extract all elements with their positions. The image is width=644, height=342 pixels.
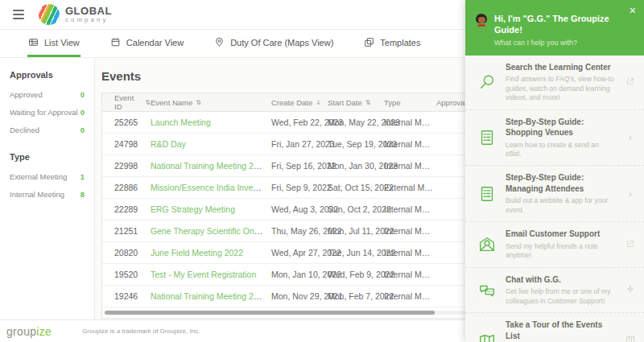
- approvals-filter-section: Approvals Approved 0 Waiting for Approva…: [10, 70, 85, 134]
- chevron-right-icon: ›: [625, 131, 636, 143]
- event-name-link[interactable]: National Training Meeting 2022: [151, 291, 267, 301]
- event-name-link[interactable]: ERG Strategy Meeting: [151, 204, 235, 214]
- cell-event-name: Launch Meeting: [151, 117, 271, 127]
- cell-create-date: Mon, Jan 10, 2022: [271, 270, 328, 279]
- filter-internal-meeting[interactable]: Internal Meeting 8: [10, 190, 85, 199]
- sort-icon: ⇅: [145, 99, 151, 106]
- event-name-link[interactable]: Mission/Essence India Investigators Meet…: [151, 183, 271, 192]
- list-view-icon: [28, 37, 39, 47]
- calendar-icon: [110, 37, 121, 47]
- logo-primary-text: GLOBAL: [65, 6, 112, 17]
- trademark-text: Groupize is a trademark of Groupize, Inc…: [82, 328, 200, 335]
- tab-list-view[interactable]: List View: [27, 30, 80, 57]
- cell-create-date: Thu, May 26, 2022: [271, 226, 328, 236]
- column-header-start-date[interactable]: Start Date⇅: [328, 98, 384, 107]
- column-label: Create Date: [271, 98, 312, 107]
- tab-label: Calendar View: [126, 38, 184, 47]
- cell-start-date: Mon, Jan 30, 2023: [328, 161, 384, 171]
- filter-count: 0: [80, 108, 85, 117]
- cell-create-date: Wed, Feb 22, 2023: [271, 117, 328, 127]
- sparkle-icon: [625, 284, 636, 296]
- guide-item-title: Search the Learning Center: [506, 62, 615, 73]
- guide-item-tour[interactable]: Take a Tour of the Events List I'll be y…: [465, 313, 644, 342]
- filter-label: Waiting for Approval: [10, 108, 78, 117]
- cell-event-name: R&D Day: [151, 139, 271, 149]
- tab-label: Templates: [380, 38, 420, 47]
- cell-id: 22886: [114, 183, 151, 192]
- guide-panel-header: × Hi, I'm "G.G." The Groupize Guide! Wha…: [465, 0, 644, 56]
- tab-templates[interactable]: Templates: [363, 30, 421, 57]
- cell-start-date: Tue, Sep 19, 2023: [328, 139, 384, 149]
- column-header-create-date[interactable]: Create Date↓: [271, 98, 328, 107]
- cell-type: Internal Meeting: [384, 270, 436, 279]
- horizontal-scrollbar-thumb[interactable]: [105, 311, 435, 315]
- cell-id: 19246: [114, 291, 151, 301]
- event-name-link[interactable]: Test - My Event Registration: [151, 270, 256, 279]
- tab-duty-of-care[interactable]: Duty Of Care (Maps View): [213, 30, 334, 57]
- guide-item-title: Email Customer Support: [506, 229, 615, 240]
- hamburger-menu-icon[interactable]: [10, 6, 27, 23]
- copy-icon: [364, 37, 374, 47]
- cell-type: Internal Meeting: [384, 226, 436, 236]
- filter-declined[interactable]: Declined 0: [10, 126, 85, 134]
- filter-label: External Meeting: [10, 172, 67, 181]
- filter-label: Approved: [10, 90, 43, 99]
- cell-id: 25265: [114, 117, 151, 127]
- event-name-link[interactable]: R&D Day: [151, 139, 186, 149]
- cell-create-date: Mon, Nov 29, 2021: [271, 291, 328, 301]
- cell-create-date: Fri, Sep 16, 2022: [271, 161, 328, 171]
- filter-waiting-for-approval[interactable]: Waiting for Approval 0: [10, 108, 85, 117]
- event-name-link[interactable]: National Training Meeting 2023: [151, 161, 267, 171]
- event-name-link[interactable]: June Field Meeting 2022: [151, 248, 243, 258]
- cell-start-date: Sun, Oct 2, 2022: [328, 204, 384, 214]
- guide-item-desc: Build out a website & app for your event…: [506, 196, 615, 215]
- event-name-link[interactable]: Launch Meeting: [151, 117, 211, 127]
- map-pin-icon: [214, 37, 225, 47]
- cell-create-date: Wed, Apr 27, 2022: [271, 248, 328, 258]
- tab-calendar-view[interactable]: Calendar View: [109, 30, 184, 57]
- column-header-event-name[interactable]: Event Name⇅: [151, 98, 271, 107]
- filter-external-meeting[interactable]: External Meeting 1: [10, 172, 85, 181]
- guide-item-managing-attendees[interactable]: Step-By-Step Guide: Managing Attendees B…: [465, 166, 644, 222]
- map-icon: [625, 335, 636, 342]
- guide-item-desc: Send my helpful friends a note anytime!: [506, 242, 615, 261]
- column-label: Event ID: [114, 93, 142, 111]
- guide-item-title: Take a Tour of the Events List: [506, 319, 615, 341]
- guide-item-desc: Learn how to create & send an eBid.: [506, 141, 615, 159]
- column-label: Start Date: [328, 98, 362, 107]
- cell-start-date: Wed, Feb 9, 2022: [328, 270, 384, 279]
- guide-item-search-learning-center[interactable]: Search the Learning Center Find answers …: [465, 56, 644, 110]
- filter-count: 8: [80, 190, 85, 199]
- filter-label: Declined: [10, 126, 39, 134]
- sort-icon: ⇅: [365, 99, 371, 106]
- cell-id: 24798: [114, 139, 151, 149]
- filter-section-title: Type: [10, 152, 85, 162]
- groupize-logo: groupize: [6, 325, 52, 338]
- cell-create-date: Fri, Sep 9, 2022: [271, 183, 328, 192]
- guide-item-chat[interactable]: Chat with G.G. Get live help from me or …: [465, 268, 644, 313]
- guide-avatar: [475, 14, 488, 27]
- guide-item-shopping-venues[interactable]: Step-By-Step Guide: Shopping Venues Lear…: [465, 110, 644, 167]
- guide-item-email-support[interactable]: Email Customer Support Send my helpful f…: [465, 222, 644, 267]
- tab-label: Duty Of Care (Maps View): [230, 38, 333, 47]
- cell-start-date: Tue, Jun 14, 2022: [328, 248, 384, 258]
- column-header-type[interactable]: Type: [384, 98, 436, 107]
- guide-item-desc: Find answers to FAQ's, view how-to guide…: [506, 75, 615, 102]
- close-icon[interactable]: ×: [630, 5, 636, 16]
- filter-approved[interactable]: Approved 0: [10, 90, 85, 99]
- cell-type: Internal Meeting: [384, 139, 436, 149]
- email-icon: [478, 236, 496, 253]
- cell-event-name: National Training Meeting 2022: [151, 291, 271, 301]
- external-link-icon: [625, 239, 636, 251]
- cell-id: 21251: [114, 226, 151, 236]
- event-name-link[interactable]: Gene Therapy Scientific Onboarding Meeti…: [151, 226, 271, 236]
- logo-secondary-text: company: [65, 17, 112, 23]
- search-icon: [478, 73, 496, 91]
- guide-item-title: Step-By-Step Guide: Managing Attendees: [506, 172, 615, 194]
- cell-event-name: Test - My Event Registration: [151, 270, 271, 279]
- cell-id: 22289: [114, 204, 151, 214]
- chevron-right-icon: ›: [625, 187, 636, 200]
- column-header-event-id[interactable]: Event ID⇅: [114, 93, 151, 111]
- column-label: Event Name: [151, 98, 192, 107]
- filter-label: Internal Meeting: [10, 190, 64, 199]
